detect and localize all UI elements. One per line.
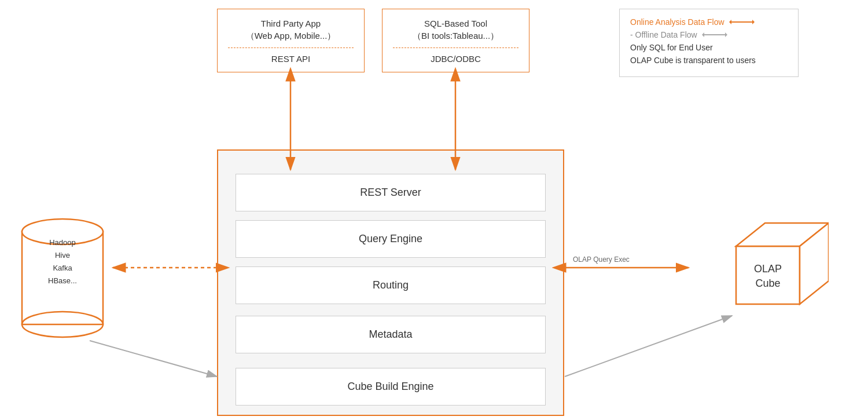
legend-online: Online Analysis Data Flow xyxy=(630,17,788,27)
third-party-box: Third Party App（Web App, Mobile...） REST… xyxy=(217,9,365,72)
query-engine-box: Query Engine xyxy=(236,220,546,258)
svg-marker-2 xyxy=(729,20,731,24)
svg-marker-1 xyxy=(752,20,755,24)
svg-text:Cube: Cube xyxy=(755,277,780,289)
jdbc-odbc-label: JDBC/ODBC xyxy=(393,54,518,64)
rest-server-box: REST Server xyxy=(236,174,546,211)
sql-tool-title: SQL-Based Tool（BI tools:Tableau...） xyxy=(393,17,518,42)
legend-olap: OLAP Cube is transparent to users xyxy=(630,56,788,65)
third-party-title: Third Party App（Web App, Mobile...） xyxy=(228,17,354,42)
cube-build-engine-label: Cube Build Engine xyxy=(347,381,433,393)
olap-cube: OLAP Cube xyxy=(719,206,829,322)
sql-tool-box: SQL-Based Tool（BI tools:Tableau...） JDBC… xyxy=(382,9,529,72)
routing-box: Routing xyxy=(236,266,546,304)
svg-marker-9 xyxy=(736,246,800,304)
legend-sql: Only SQL for End User xyxy=(630,43,788,52)
legend-box: Online Analysis Data Flow - Offline Data… xyxy=(619,9,799,77)
kylin-box: REST Server Query Engine Routing Metadat… xyxy=(217,149,564,416)
svg-marker-5 xyxy=(702,32,704,37)
query-engine-label: Query Engine xyxy=(359,233,422,245)
rest-api-label: REST API xyxy=(228,54,354,64)
svg-marker-4 xyxy=(725,32,727,37)
routing-label: Routing xyxy=(373,279,409,291)
database-label: HadoopHiveKafkaHBase... xyxy=(16,236,109,287)
diagram-container: Online Analysis Data Flow - Offline Data… xyxy=(0,0,868,420)
legend-offline: - Offline Data Flow xyxy=(630,30,788,39)
metadata-label: Metadata xyxy=(369,328,412,341)
svg-text:OLAP: OLAP xyxy=(754,263,782,275)
metadata-box: Metadata xyxy=(236,316,546,353)
svg-line-23 xyxy=(90,341,217,377)
rest-server-label: REST Server xyxy=(360,187,421,199)
svg-text:OLAP Query Exec: OLAP Query Exec xyxy=(573,255,630,264)
cube-build-engine-box: Cube Build Engine xyxy=(236,368,546,406)
svg-line-24 xyxy=(565,316,732,377)
